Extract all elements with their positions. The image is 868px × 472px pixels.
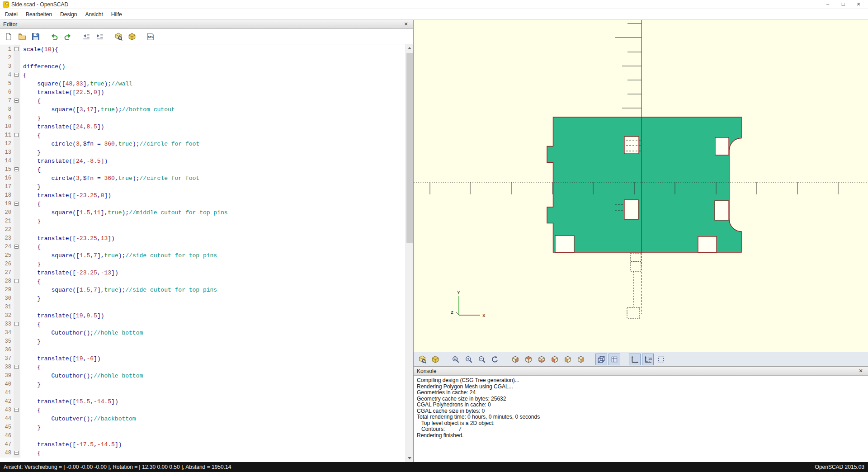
code-line[interactable]: 20 square([1.5,11],true);//middle cutout… <box>0 208 406 217</box>
menu-ansicht[interactable]: Ansicht <box>81 9 107 19</box>
code-line[interactable]: 35 } <box>0 337 406 346</box>
view-right-button[interactable] <box>509 354 521 365</box>
code-line[interactable]: 27 translate([-23.25,-13]) <box>0 269 406 277</box>
fold-marker-icon[interactable] <box>14 451 19 455</box>
scroll-down-icon[interactable] <box>406 454 413 462</box>
code-line[interactable]: 8 square([3,17],true);//bottom cutout <box>0 105 406 114</box>
show-scale-markers-button[interactable]: 10 <box>642 354 654 365</box>
code-line[interactable]: 16 circle(3,$fn = 360,true);//circle for… <box>0 174 406 183</box>
scrollbar-thumb[interactable] <box>406 53 413 243</box>
maximize-button[interactable]: □ <box>835 0 851 9</box>
code-line[interactable]: 33 { <box>0 320 406 329</box>
save-file-button[interactable] <box>29 30 42 43</box>
zoom-out-button[interactable] <box>476 354 488 365</box>
fold-marker-icon[interactable] <box>14 167 19 171</box>
code-line[interactable]: 40 } <box>0 380 406 389</box>
fold-marker-icon[interactable] <box>14 73 19 77</box>
fold-marker-icon[interactable] <box>14 279 19 283</box>
reset-view-button[interactable] <box>489 354 501 365</box>
view-top-button[interactable] <box>523 354 534 365</box>
menu-design[interactable]: Design <box>56 9 81 19</box>
code-line[interactable]: 10 translate([24,8.5]) <box>0 123 406 131</box>
render-button[interactable] <box>429 354 441 365</box>
fold-marker-icon[interactable] <box>14 99 19 103</box>
code-line[interactable]: 17 } <box>0 183 406 191</box>
code-line[interactable]: 1scale(10){ <box>0 45 406 54</box>
editor-vertical-scrollbar[interactable] <box>406 44 413 462</box>
menu-hilfe[interactable]: Hilfe <box>107 9 126 19</box>
redo-button[interactable] <box>61 30 74 43</box>
show-edges-button[interactable] <box>655 354 667 365</box>
code-line[interactable]: 32 translate([19,9.5]) <box>0 312 406 320</box>
menu-bearbeiten[interactable]: Bearbeiten <box>22 9 56 19</box>
code-line[interactable]: 24 { <box>0 243 406 251</box>
code-line[interactable]: 21 } <box>0 217 406 226</box>
fold-marker-icon[interactable] <box>14 365 19 369</box>
view-left-button[interactable] <box>549 354 561 365</box>
code-line[interactable]: 7 { <box>0 97 406 105</box>
code-editor[interactable]: 1scale(10){23difference()4{5 square([48,… <box>0 44 406 462</box>
code-line[interactable]: 30 } <box>0 294 406 303</box>
console-close-icon[interactable]: ✕ <box>857 368 865 374</box>
code-line[interactable]: 39 Cutouthor();//hohle bottom <box>0 372 406 380</box>
code-line[interactable]: 9 } <box>0 114 406 123</box>
fold-marker-icon[interactable] <box>14 322 19 326</box>
code-line[interactable]: 11 { <box>0 131 406 140</box>
code-line[interactable]: 3difference() <box>0 62 406 71</box>
code-line[interactable]: 6 translate([22.5,0]) <box>0 88 406 97</box>
fold-marker-icon[interactable] <box>14 202 19 206</box>
code-line[interactable]: 22 <box>0 226 406 234</box>
code-line[interactable]: 34 Cutouthor();//hohle bottom <box>0 329 406 337</box>
view-back-button[interactable] <box>575 354 587 365</box>
zoom-in-button[interactable] <box>463 354 475 365</box>
fold-marker-icon[interactable] <box>14 245 19 249</box>
code-line[interactable]: 25 square([1.5,7],true);//side cutout fo… <box>0 251 406 260</box>
open-file-button[interactable] <box>16 30 28 43</box>
code-line[interactable]: 13 } <box>0 148 406 157</box>
code-line[interactable]: 23 translate([-23.25,13]) <box>0 234 406 243</box>
code-line[interactable]: 44 Cutoutver();//backbottom <box>0 415 406 423</box>
code-line[interactable]: 42 translate([15.5,-14.5]) <box>0 397 406 406</box>
editor-close-icon[interactable]: ✕ <box>402 21 410 27</box>
render-button[interactable] <box>126 30 138 43</box>
code-line[interactable]: 43 { <box>0 406 406 415</box>
code-line[interactable]: 14 translate([24,-8.5]) <box>0 157 406 165</box>
code-line[interactable]: 18 translate([-23.25,0]) <box>0 191 406 200</box>
preview-button[interactable] <box>112 30 125 43</box>
code-line[interactable]: 31 <box>0 303 406 312</box>
code-line[interactable]: 19 { <box>0 200 406 208</box>
minimize-button[interactable]: – <box>820 0 835 9</box>
scroll-up-icon[interactable] <box>406 44 413 52</box>
undo-button[interactable] <box>48 30 61 43</box>
export-stl-button[interactable]: STL <box>144 30 157 43</box>
code-line[interactable]: 28 { <box>0 277 406 286</box>
code-line[interactable]: 29 square([1.5,7],true);//side cutout fo… <box>0 286 406 294</box>
code-line[interactable]: 5 square([48,33],true);//wall <box>0 80 406 88</box>
view-front-button[interactable] <box>562 354 574 365</box>
menu-datei[interactable]: Datei <box>1 9 22 19</box>
new-file-button[interactable] <box>2 30 15 43</box>
code-line[interactable]: 41 <box>0 389 406 397</box>
fold-marker-icon[interactable] <box>14 133 19 137</box>
fold-marker-icon[interactable] <box>14 47 19 51</box>
code-line[interactable]: 2 <box>0 54 406 62</box>
unindent-button[interactable] <box>80 30 93 43</box>
code-line[interactable]: 26 } <box>0 260 406 269</box>
indent-button[interactable] <box>94 30 106 43</box>
code-line[interactable]: 36 <box>0 346 406 354</box>
code-line[interactable]: 4{ <box>0 71 406 80</box>
close-button[interactable]: ✕ <box>851 0 866 9</box>
code-line[interactable]: 15 { <box>0 165 406 174</box>
view-bottom-button[interactable] <box>536 354 547 365</box>
view-perspective-button[interactable] <box>595 354 607 365</box>
code-line[interactable]: 45 } <box>0 423 406 432</box>
viewport-canvas[interactable]: x y z <box>414 20 868 352</box>
preview-button[interactable] <box>416 354 428 365</box>
fold-marker-icon[interactable] <box>14 408 19 412</box>
code-line[interactable]: 48 { <box>0 449 406 458</box>
code-line[interactable]: 47 translate([-17.5,-14.5]) <box>0 440 406 449</box>
zoom-all-button[interactable] <box>450 354 462 365</box>
code-line[interactable]: 37 translate([19,-6]) <box>0 354 406 363</box>
show-axes-button[interactable] <box>629 354 641 365</box>
code-line[interactable]: 12 circle(3,$fn = 360,true);//circle for… <box>0 140 406 148</box>
